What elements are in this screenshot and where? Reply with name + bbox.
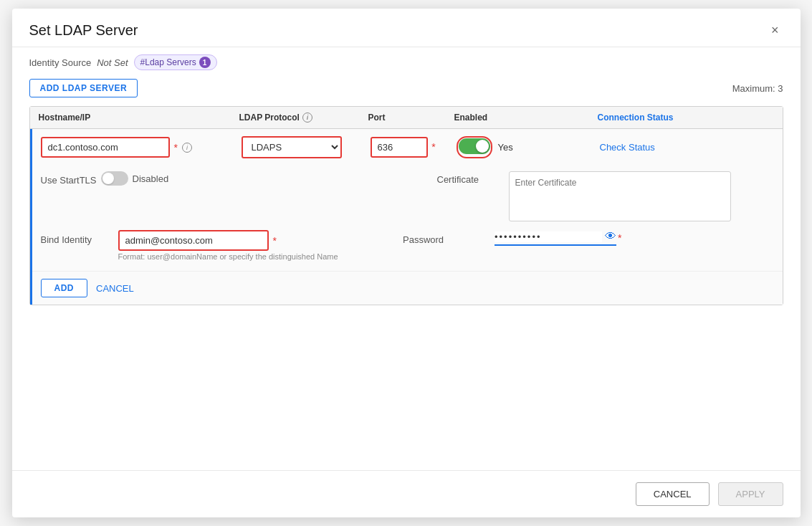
password-wrapper: 👁 xyxy=(495,230,616,246)
ldap-badge-count: 1 xyxy=(199,57,211,68)
certificate-textarea[interactable] xyxy=(509,171,731,221)
password-label: Password xyxy=(403,230,489,245)
bind-input-wrapper: * xyxy=(118,230,398,251)
toggle-knob xyxy=(476,140,489,153)
starttls-knob xyxy=(102,173,114,184)
ldap-badge[interactable]: #Ldap Servers 1 xyxy=(134,54,217,70)
certificate-label: Certificate xyxy=(437,171,502,185)
protocol-select[interactable]: LDAPS LDAP xyxy=(242,136,342,158)
header-hostname: Hostname/IP xyxy=(39,113,239,123)
port-required: * xyxy=(431,141,435,153)
enabled-toggle-wrapper xyxy=(457,136,492,158)
pw-required: * xyxy=(618,232,621,244)
ldap-badge-text: #Ldap Servers xyxy=(140,57,196,67)
connection-cell: Check Status xyxy=(600,142,774,153)
identity-source-label: Identity Source xyxy=(29,57,92,68)
enabled-toggle[interactable] xyxy=(459,138,490,154)
content-spacer xyxy=(12,305,801,470)
hostname-info-icon[interactable]: i xyxy=(182,143,192,153)
starttls-status: Disabled xyxy=(133,173,169,184)
close-button[interactable]: × xyxy=(767,21,783,39)
password-section: 👁 * xyxy=(495,230,774,246)
check-status-link[interactable]: Check Status xyxy=(600,142,655,153)
toolbar: ADD LDAP SERVER Maximum: 3 xyxy=(12,70,801,106)
enabled-cell: Yes xyxy=(457,136,600,158)
bind-hint: Format: user@domainName or specify the d… xyxy=(118,252,398,261)
hostname-input[interactable] xyxy=(41,137,170,158)
footer-apply-button: APPLY xyxy=(718,482,783,506)
add-ldap-server-button[interactable]: ADD LDAP SERVER xyxy=(29,79,138,97)
header-connection: Connection Status xyxy=(598,113,774,123)
table-header: Hostname/IP LDAP Protocol i Port Enabled… xyxy=(30,107,783,129)
starttls-section: Use StartTLS Disabled xyxy=(41,171,169,186)
enabled-label: Yes xyxy=(498,142,513,153)
identity-source-value: Not Set xyxy=(97,57,128,68)
eye-icon[interactable]: 👁 xyxy=(605,230,616,243)
bind-row: Bind Identity * Format: user@domainName … xyxy=(41,230,774,261)
bind-identity-label: Bind Identity xyxy=(41,230,113,245)
footer-cancel-button[interactable]: CANCEL xyxy=(636,482,710,506)
protocol-cell: LDAPS LDAP xyxy=(242,136,371,158)
max-label: Maximum: 3 xyxy=(732,83,783,94)
port-cell: * xyxy=(371,137,457,158)
hostname-required: * xyxy=(174,142,178,153)
dialog-header: Set LDAP Server × xyxy=(12,9,801,47)
add-button[interactable]: ADD xyxy=(41,279,88,297)
bind-required: * xyxy=(273,235,277,247)
certificate-section: Certificate xyxy=(437,171,731,221)
dialog-subheader: Identity Source Not Set #Ldap Servers 1 xyxy=(12,47,801,70)
dialog-footer: CANCEL APPLY xyxy=(12,470,801,517)
table-row-main: * i LDAPS LDAP * xyxy=(32,129,783,166)
row-details: Use StartTLS Disabled Certificate Bind I… xyxy=(32,166,783,271)
table-row: * i LDAPS LDAP * xyxy=(30,129,783,305)
password-input[interactable] xyxy=(495,231,602,242)
header-port: Port xyxy=(368,113,454,123)
bind-identity-section: * Format: user@domainName or specify the… xyxy=(118,230,398,261)
header-enabled: Enabled xyxy=(454,113,598,123)
row-cancel-button[interactable]: CANCEL xyxy=(96,283,134,294)
port-input[interactable] xyxy=(371,137,428,158)
bind-identity-input[interactable] xyxy=(118,230,269,251)
dialog-title: Set LDAP Server xyxy=(29,22,138,39)
header-protocol: LDAP Protocol i xyxy=(239,113,368,123)
hostname-cell: * i xyxy=(41,137,242,158)
set-ldap-dialog: Set LDAP Server × Identity Source Not Se… xyxy=(12,9,801,517)
protocol-info-icon[interactable]: i xyxy=(302,113,312,123)
ldap-table: Hostname/IP LDAP Protocol i Port Enabled… xyxy=(29,106,783,305)
starttls-toggle[interactable] xyxy=(101,171,128,186)
row-actions: ADD CANCEL xyxy=(32,271,783,305)
starttls-label: Use StartTLS xyxy=(41,172,97,186)
